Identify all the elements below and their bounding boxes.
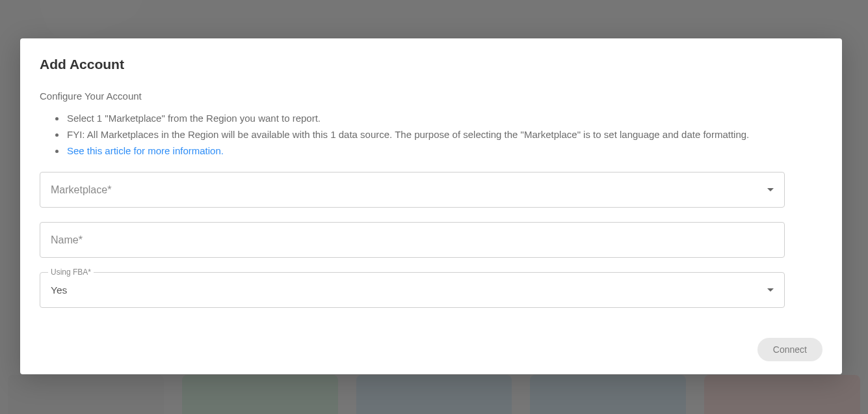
instruction-item: FYI: All Marketplaces in the Region will… (66, 127, 822, 143)
marketplace-label: Marketplace* (51, 184, 767, 196)
chevron-down-icon (767, 188, 774, 191)
instruction-list: Select 1 "Marketplace" from the Region y… (66, 111, 822, 159)
marketplace-select[interactable]: Marketplace* (40, 172, 785, 208)
instruction-item: See this article for more information. (66, 143, 822, 159)
name-input[interactable] (51, 234, 774, 246)
modal-subtitle: Configure Your Account (40, 90, 822, 102)
more-info-link[interactable]: See this article for more information. (67, 145, 224, 156)
modal-title: Add Account (40, 57, 822, 72)
chevron-down-icon (767, 288, 774, 292)
instruction-item: Select 1 "Marketplace" from the Region y… (66, 111, 822, 127)
add-account-modal: Add Account Configure Your Account Selec… (20, 38, 842, 374)
connect-button[interactable]: Connect (757, 338, 822, 361)
using-fba-value: Yes (51, 284, 767, 296)
name-field-wrapper[interactable] (40, 222, 785, 258)
using-fba-float-label: Using FBA* (48, 268, 94, 277)
using-fba-select[interactable]: Using FBA* Yes (40, 272, 785, 308)
